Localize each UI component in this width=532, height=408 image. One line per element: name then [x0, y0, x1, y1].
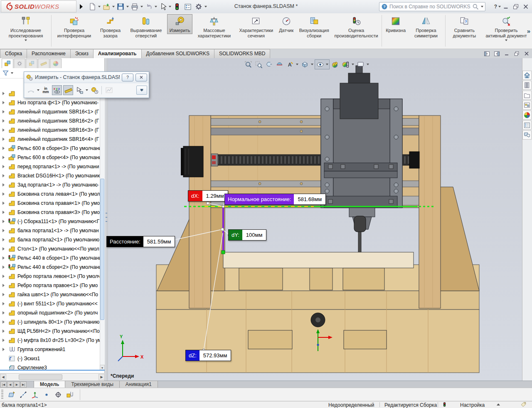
tree-item[interactable]: Рельс 600 в сборе<3> (По умолчани	[0, 144, 100, 153]
ribbon-mass-properties-button[interactable]: Массовые характеристики	[192, 14, 236, 39]
design-study-caret[interactable]	[25, 39, 27, 41]
expand-arrow-icon[interactable]	[2, 156, 5, 159]
expand-arrow-icon[interactable]	[2, 339, 5, 342]
center-of-mass-icon[interactable]	[52, 389, 64, 400]
tree-item[interactable]: (-) шпиндель 80<1> (По умолчанию	[0, 317, 100, 327]
view-orientation-caret[interactable]	[310, 60, 314, 69]
expand-arrow-icon[interactable]	[2, 138, 5, 141]
close-button[interactable]	[521, 2, 530, 11]
arc-measure-caret[interactable]	[37, 89, 39, 91]
eye-icon[interactable]	[315, 60, 325, 69]
expand-arrow-icon[interactable]	[2, 302, 5, 305]
doc-minimize-icon[interactable]	[503, 50, 510, 57]
point-tool-icon[interactable]	[41, 389, 52, 400]
view-palette-icon[interactable]	[522, 101, 532, 110]
help-search-box[interactable]: Поиск в Справке по SOLIDWORKS	[379, 2, 485, 11]
expand-arrow-icon[interactable]	[2, 329, 5, 333]
callout-normal-distance[interactable]: Нормальное расстояние: 581.68мм	[224, 194, 326, 205]
tree-item[interactable]: гайка швп<1> (По умолчанию<<По	[0, 290, 100, 299]
work-slab[interactable]	[223, 252, 414, 268]
print-dropdown-caret[interactable]	[140, 6, 143, 7]
tree-item[interactable]: балка портала2<1> (По умолчанию	[0, 235, 100, 244]
tree-item[interactable]: Bracket DSG16H<1> (По умолчанию	[0, 171, 100, 180]
expand-dialog-button[interactable]	[136, 86, 147, 95]
toolbar-drag-handle[interactable]	[1, 390, 3, 400]
apply-scene-icon[interactable]	[340, 60, 350, 69]
tree-item[interactable]: ШД PL56H<2> (По умолчанию<<По	[0, 327, 100, 336]
expand-arrow-icon[interactable]	[2, 92, 5, 95]
select-dropdown-caret[interactable]	[169, 6, 171, 7]
expand-arrow-icon[interactable]	[2, 229, 5, 232]
tab-assembly[interactable]: Сборка	[0, 49, 27, 58]
check-active-caret[interactable]	[505, 39, 507, 41]
ribbon-check-active-document-button[interactable]: Проверить активный документ	[482, 14, 530, 42]
expand-arrow-icon[interactable]	[2, 174, 5, 177]
tree-item[interactable]: линейный подшипник SBR16<2> (Г	[0, 116, 100, 125]
rebuild-button[interactable]	[172, 2, 182, 12]
undo-dropdown-caret[interactable]	[155, 6, 157, 7]
edit-appearance-icon[interactable]	[330, 60, 340, 69]
design-library-icon[interactable]	[522, 81, 532, 90]
tree-item[interactable]: (-) муфта 8x10 d=25 L=30<2> (По ум	[0, 336, 100, 345]
ribbon-design-study-button[interactable]: Исследование проектирования	[2, 14, 50, 42]
tab-solidworks-addins[interactable]: Добавления SOLIDWORKS	[141, 49, 215, 58]
tab-animation1[interactable]: Анимация1	[119, 381, 158, 388]
search-scope-caret[interactable]	[481, 6, 483, 7]
selection-arrow-caret[interactable]	[86, 89, 88, 91]
file-explorer-icon[interactable]	[522, 91, 532, 100]
expand-arrow-icon[interactable]	[2, 128, 5, 132]
hide-show-caret[interactable]	[325, 60, 329, 69]
z-axis-stepper-motor[interactable]	[340, 83, 378, 119]
ribbon-assembly-visualization-button[interactable]: Визуализация сборки	[296, 14, 332, 39]
ribbon-section-properties-button[interactable]: Характеристики сечения	[236, 14, 276, 39]
view-orientation-icon[interactable]	[300, 60, 310, 69]
file-properties-button[interactable]	[183, 2, 193, 12]
tab-scroll-last[interactable]: ▶|	[20, 381, 27, 388]
tree-bottom-splitter[interactable]	[0, 370, 105, 371]
save-button[interactable]	[116, 2, 126, 12]
point-to-point-ruler-icon[interactable]	[63, 85, 73, 95]
tree-item[interactable]: Боковина стола правая<3> (По умо	[0, 208, 100, 217]
ribbon-compare-documents-button[interactable]: Сравнить документы	[447, 14, 482, 39]
expand-arrow-icon[interactable]	[2, 238, 5, 241]
pane-right-icon[interactable]	[493, 50, 500, 57]
tree-item[interactable]: опорный подшипник<2> (По умолч	[0, 308, 100, 317]
measure-dialog-titlebar[interactable]: Измерить - Станок фанера.SLDASM ?	[24, 72, 149, 83]
apply-scene-caret[interactable]	[351, 60, 355, 69]
expand-arrow-icon[interactable]	[2, 320, 5, 324]
hscroll-thumb[interactable]	[19, 374, 62, 380]
open-dropdown-caret[interactable]	[112, 6, 115, 7]
measure-help-button[interactable]: ?	[122, 74, 133, 81]
x-axis-stepper-motor[interactable]	[181, 146, 203, 177]
hscroll-right-arrow[interactable]: ▶	[99, 374, 105, 380]
forum-icon[interactable]	[522, 130, 532, 140]
ribbon-interference-button[interactable]: Проверка интерференции	[53, 14, 96, 39]
tree-item[interactable]: Ребро портала правое<1> (По умо	[0, 281, 100, 290]
tree-item[interactable]: (-) Эскиз1	[0, 354, 100, 363]
callout-dy[interactable]: dY: 100мм	[228, 229, 266, 241]
line-tool-icon[interactable]	[17, 389, 29, 400]
selection-arrow-icon[interactable]	[74, 85, 84, 95]
tree-item[interactable]: Боковина стола правая<1> (По умо	[0, 199, 100, 208]
new-dropdown-caret[interactable]	[98, 6, 101, 7]
new-document-button[interactable]	[87, 2, 97, 12]
expand-arrow-icon[interactable]	[2, 265, 5, 269]
ribbon-performance-evaluation-button[interactable]: Оценка производительности	[332, 14, 380, 39]
hscroll-left-arrow[interactable]: ◀	[0, 374, 6, 380]
measure-close-button[interactable]	[135, 74, 147, 81]
tree-item[interactable]: Низ портала ф<1> (По умолчанию·	[0, 98, 100, 107]
tree-item[interactable]: Рельс 440 в сборе<1> (По умолчани	[0, 253, 100, 263]
tree-item[interactable]: линейный подшипник SBR16<3> (Г	[0, 125, 100, 135]
expand-arrow-icon[interactable]	[2, 101, 5, 104]
filter-funnel-icon[interactable]	[2, 69, 10, 77]
section-view-icon[interactable]	[274, 60, 284, 69]
measurement-graph-icon[interactable]	[104, 85, 114, 95]
expand-arrow-icon[interactable]	[2, 211, 5, 214]
tab-layout[interactable]: Расположение	[27, 49, 71, 58]
help-menu-button[interactable]: ?	[493, 2, 502, 11]
expand-arrow-icon[interactable]	[2, 192, 5, 196]
expand-arrow-icon[interactable]	[2, 220, 5, 223]
show-xyz-icon[interactable]	[52, 85, 62, 95]
tree-item[interactable]: линейный подшипник SBR16<4> (Г	[0, 135, 100, 144]
search-icon[interactable]	[472, 3, 479, 10]
